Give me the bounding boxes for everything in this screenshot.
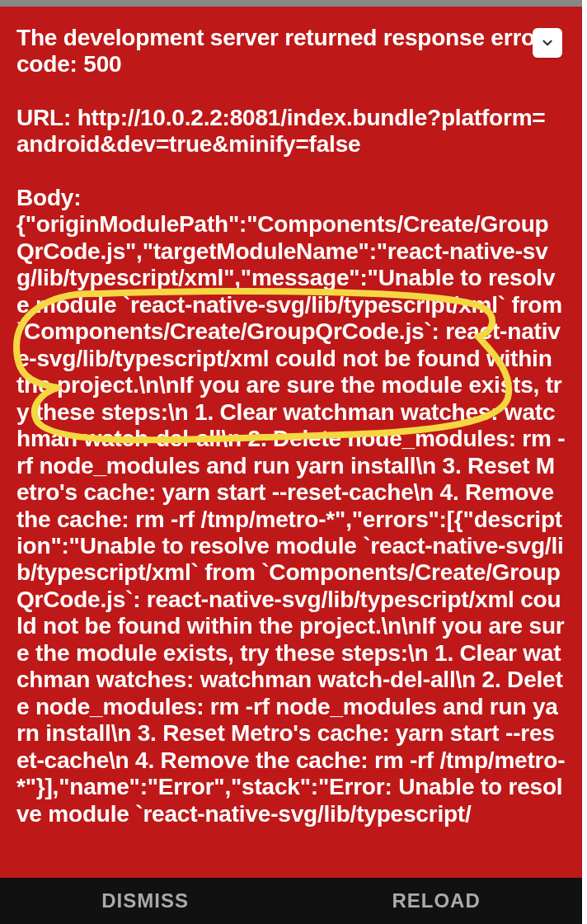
dismiss-button[interactable]: DISMISS (85, 884, 205, 917)
reload-button[interactable]: RELOAD (375, 884, 496, 917)
collapse-button[interactable] (533, 28, 562, 58)
window-edge (582, 0, 587, 924)
error-url: URL: http://10.0.2.2:8081/index.bundle?p… (16, 105, 566, 158)
error-title-line1: The development server returned response… (16, 25, 566, 51)
error-title-line2: code: 500 (16, 51, 566, 78)
error-screen: The development server returned response… (0, 7, 582, 878)
status-bar (0, 0, 587, 7)
error-url-line1: URL: http://10.0.2.2:8081/index.bundle?p… (16, 105, 566, 131)
error-url-line2: android&dev=true&minify=false (16, 131, 566, 158)
error-body-label: Body: (16, 185, 566, 211)
bottom-bar: DISMISS RELOAD (0, 878, 582, 924)
error-body-text: {"originModulePath":"Components/Create/G… (16, 211, 566, 827)
error-title: The development server returned response… (16, 25, 566, 78)
error-body: Body: {"originModulePath":"Components/Cr… (16, 185, 566, 827)
chevron-down-icon (540, 35, 555, 50)
